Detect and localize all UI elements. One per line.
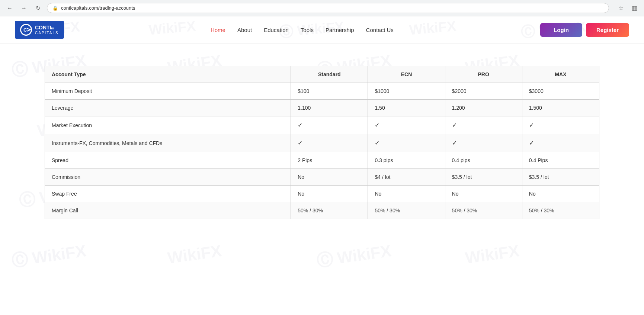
check-standard: ✓ (298, 140, 302, 146)
logo-icon: C (20, 24, 32, 36)
check-pro: ✓ (452, 122, 457, 128)
check-max: ✓ (529, 122, 534, 128)
row-ecn: $1000 (368, 83, 445, 100)
check-ecn: ✓ (375, 122, 379, 128)
col-standard: Standard (291, 66, 368, 83)
row-ecn: 50% / 30% (368, 202, 445, 219)
row-standard: 1.100 (291, 100, 368, 116)
row-ecn: $4 / lot (368, 169, 445, 186)
check-pro: ✓ (452, 140, 457, 146)
navbar: Ⓒ WikiFX WikiFX Ⓒ WikiFX WikiFX Ⓒ WikiFX… (0, 16, 644, 44)
row-pro: ✓ (445, 134, 522, 152)
row-standard: ✓ (291, 116, 368, 134)
table-row: Leverage 1.100 1.50 1.200 1.500 (45, 100, 599, 116)
row-standard: No (291, 186, 368, 202)
row-max: 1.500 (522, 100, 599, 116)
col-max: MAX (522, 66, 599, 83)
col-ecn: ECN (368, 66, 445, 83)
nav-item-tools[interactable]: Tools (301, 27, 314, 33)
row-ecn: 0.3 pips (368, 152, 445, 169)
nav-links: Home About Education Tools Partnership C… (211, 27, 394, 33)
forward-button[interactable]: → (19, 3, 29, 13)
nav-item-contact[interactable]: Contact Us (366, 27, 394, 33)
nav-buttons: Login Register (540, 23, 629, 37)
table-row: Spread 2 Pips 0.3 pips 0.4 pips 0.4 Pips (45, 152, 599, 169)
nav-link-education: Education (264, 27, 289, 33)
nav-link-home: Home (211, 27, 225, 33)
nav-link-partnership: Partnership (326, 27, 354, 33)
nav-item-about[interactable]: About (237, 27, 252, 33)
row-standard: No (291, 169, 368, 186)
check-ecn: ✓ (375, 140, 379, 146)
main-content: Ⓒ WikiFX WikiFX Ⓒ WikiFX WikiFX WikiFX Ⓒ… (0, 44, 644, 241)
logo-text: CONTIIIII (35, 25, 59, 31)
row-pro: 1.200 (445, 100, 522, 116)
row-pro: $3.5 / lot (445, 169, 522, 186)
col-pro: PRO (445, 66, 522, 83)
row-label: Commission (45, 169, 291, 186)
row-standard: 50% / 30% (291, 202, 368, 219)
col-account-type: Account Type (45, 66, 291, 83)
row-pro: 50% / 30% (445, 202, 522, 219)
table-row: Insruments-FX, Commodities, Metals and C… (45, 134, 599, 152)
nav-link-contact: Contact Us (366, 27, 394, 33)
refresh-button[interactable]: ↻ (33, 3, 43, 13)
nav-link-about: About (237, 27, 252, 33)
row-max: $3.5 / lot (522, 169, 599, 186)
nav-item-partnership[interactable]: Partnership (326, 27, 354, 33)
page-wrapper: Ⓒ WikiFX WikiFX Ⓒ WikiFX WikiFX Ⓒ WikiFX… (0, 16, 644, 314)
row-label: Margin Call (45, 202, 291, 219)
row-ecn: ✓ (368, 134, 445, 152)
row-label: Minimum Deposit (45, 83, 291, 100)
logo-sub: CAPITALS (35, 31, 59, 35)
footer-watermark: Ⓒ WikiFX WikiFX Ⓒ WikiFX WikiFX (0, 241, 644, 271)
table-row: Market Execution ✓ ✓ ✓ ✓ (45, 116, 599, 134)
row-max: 50% / 30% (522, 202, 599, 219)
nav-link-tools: Tools (301, 27, 314, 33)
row-label: Spread (45, 152, 291, 169)
table-row: Commission No $4 / lot $3.5 / lot $3.5 /… (45, 169, 599, 186)
row-max: No (522, 186, 599, 202)
row-standard: ✓ (291, 134, 368, 152)
table-row: Minimum Deposit $100 $1000 $2000 $3000 (45, 83, 599, 100)
extensions-button[interactable]: ▦ (629, 3, 640, 13)
login-button[interactable]: Login (540, 23, 582, 37)
address-bar[interactable]: 🔒 conticapitals.com/trading-accounts (47, 3, 609, 13)
check-max: ✓ (529, 140, 534, 146)
row-label: Insruments-FX, Commodities, Metals and C… (45, 134, 291, 152)
check-standard: ✓ (298, 122, 302, 128)
row-label: Swap Free (45, 186, 291, 202)
row-max: 0.4 Pips (522, 152, 599, 169)
row-pro: $2000 (445, 83, 522, 100)
logo-box: C CONTIIIII CAPITALS (15, 21, 64, 39)
security-icon: 🔒 (52, 6, 58, 11)
row-standard: 2 Pips (291, 152, 368, 169)
nav-item-education[interactable]: Education (264, 27, 289, 33)
row-pro: 0.4 pips (445, 152, 522, 169)
nav-item-home[interactable]: Home (211, 27, 225, 33)
bookmark-button[interactable]: ☆ (616, 3, 626, 13)
row-pro: No (445, 186, 522, 202)
row-label: Market Execution (45, 116, 291, 134)
logo-area[interactable]: C CONTIIIII CAPITALS (15, 21, 64, 39)
register-button[interactable]: Register (586, 23, 629, 37)
browser-chrome: ← → ↻ 🔒 conticapitals.com/trading-accoun… (0, 0, 644, 16)
row-pro: ✓ (445, 116, 522, 134)
table-row: Margin Call 50% / 30% 50% / 30% 50% / 30… (45, 202, 599, 219)
row-ecn: No (368, 186, 445, 202)
row-max: ✓ (522, 116, 599, 134)
back-button[interactable]: ← (4, 3, 15, 13)
svg-text:C: C (23, 27, 27, 33)
url-text: conticapitals.com/trading-accounts (61, 5, 135, 11)
row-ecn: ✓ (368, 116, 445, 134)
row-label: Leverage (45, 100, 291, 116)
row-max: ✓ (522, 134, 599, 152)
row-ecn: 1.50 (368, 100, 445, 116)
row-max: $3000 (522, 83, 599, 100)
table-row: Swap Free No No No No (45, 186, 599, 202)
row-standard: $100 (291, 83, 368, 100)
account-table: Account Type Standard ECN PRO MAX Minimu… (45, 66, 599, 219)
